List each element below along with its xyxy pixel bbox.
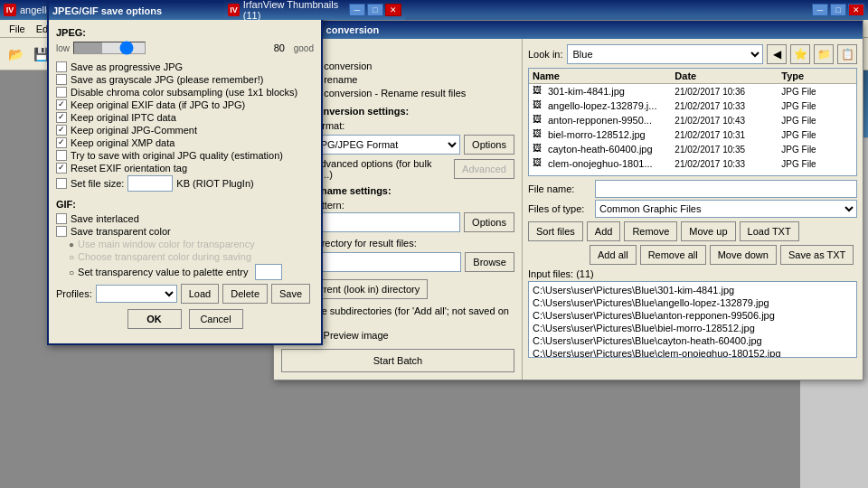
sort-files-button[interactable]: Sort files bbox=[528, 221, 583, 241]
file-date-5: 21/02/2017 10:33 bbox=[675, 159, 781, 169]
input-file-1: C:\Users\user\Pictures\Blue\angello-lope… bbox=[531, 296, 854, 309]
browse-button[interactable]: Browse bbox=[465, 252, 514, 272]
options-button[interactable]: Options bbox=[464, 135, 514, 155]
app-icon: IV bbox=[4, 4, 16, 16]
file-row[interactable]: 🖼biel-morro-128512.jpg 21/02/2017 10:31 … bbox=[529, 127, 856, 142]
close-button[interactable]: ✕ bbox=[848, 4, 864, 16]
file-list: Name Date Type 🖼301-kim-4841.jpg 21/02/2… bbox=[528, 68, 857, 176]
file-row[interactable]: 🖼anton-repponen-9950... 21/02/2017 10:43… bbox=[529, 113, 856, 127]
start-batch-button[interactable]: Start Batch bbox=[281, 349, 514, 372]
quality-low-label: low bbox=[56, 43, 70, 53]
file-type-5: JPG File bbox=[781, 159, 853, 169]
keep-iptc-label: Keep original IPTC data bbox=[71, 112, 176, 123]
file-row[interactable]: 🖼301-kim-4841.jpg 21/02/2017 10:36 JPG F… bbox=[529, 84, 856, 99]
file-name-2: anton-repponen-9950... bbox=[548, 115, 652, 126]
file-name-3: biel-morro-128512.jpg bbox=[548, 129, 646, 140]
open-button[interactable]: 📂 bbox=[4, 42, 27, 66]
quality-value: 80 bbox=[269, 42, 290, 53]
file-type-0: JPG File bbox=[781, 87, 853, 97]
save-progressive-cb[interactable] bbox=[56, 61, 67, 72]
try-save-cb[interactable] bbox=[56, 150, 67, 161]
gif-section-label: GIF: bbox=[56, 199, 314, 210]
remove-button[interactable]: Remove bbox=[624, 221, 677, 241]
col-name: Name bbox=[533, 70, 675, 81]
set-file-size-label: Set file size: bbox=[71, 178, 124, 189]
col-type: Type bbox=[781, 70, 853, 81]
ok-button[interactable]: OK bbox=[127, 309, 182, 329]
file-name-5: clem-onojeghuo-1801... bbox=[548, 158, 653, 169]
file-icon-0: 🖼 bbox=[533, 85, 545, 98]
file-date-1: 21/02/2017 10:33 bbox=[675, 101, 781, 111]
jpeg-section-label: JPEG: bbox=[56, 27, 314, 38]
files-of-type-select[interactable]: Common Graphic Files bbox=[595, 200, 857, 218]
file-icon-5: 🖼 bbox=[533, 157, 545, 170]
disable-chroma-label: Disable chroma color subsampling (use 1x… bbox=[71, 87, 297, 98]
cancel-button[interactable]: Cancel bbox=[189, 309, 243, 329]
move-down-button[interactable]: Move down bbox=[710, 245, 777, 265]
file-row[interactable]: 🖼angello-lopez-132879.j... 21/02/2017 10… bbox=[529, 99, 856, 113]
nav-forward-button[interactable]: ⭐ bbox=[790, 44, 810, 64]
load-txt-button[interactable]: Load TXT bbox=[740, 221, 799, 241]
file-name-field[interactable] bbox=[595, 180, 857, 198]
disable-chroma-cb[interactable] bbox=[56, 87, 67, 98]
col-date: Date bbox=[675, 70, 781, 81]
batch-dialog-title: 🔴 Batch conversion bbox=[274, 21, 863, 39]
file-type-1: JPG File bbox=[781, 101, 853, 111]
file-name-field-label: File name: bbox=[528, 183, 591, 194]
keep-iptc-cb[interactable] bbox=[56, 112, 67, 123]
save-progressive-label: Save as progressive JPG bbox=[71, 61, 183, 72]
file-date-3: 21/02/2017 10:31 bbox=[675, 130, 781, 140]
thumb-minimize-btn[interactable]: ─ bbox=[349, 4, 365, 16]
try-save-label: Try to save with original JPG quality (e… bbox=[71, 150, 283, 161]
file-type-4: JPG File bbox=[781, 145, 853, 155]
file-row[interactable]: 🖼clem-onojeghuo-1801... 21/02/2017 10:33… bbox=[529, 156, 856, 171]
nav-new-folder-button[interactable]: 📋 bbox=[837, 44, 857, 64]
file-icon-2: 🖼 bbox=[533, 114, 545, 127]
keep-xmp-cb[interactable] bbox=[56, 137, 67, 148]
thumb-close-btn[interactable]: ✕ bbox=[385, 4, 401, 16]
load-profile-button[interactable]: Load bbox=[181, 284, 219, 304]
file-type-2: JPG File bbox=[781, 116, 853, 126]
palette-input[interactable]: 0 bbox=[255, 264, 282, 280]
save-interlaced-cb[interactable] bbox=[56, 213, 67, 224]
reset-exif-label: Reset EXIF orientation tag bbox=[71, 163, 187, 174]
save-as-txt-button[interactable]: Save as TXT bbox=[780, 245, 854, 265]
file-row[interactable]: 🖼cayton-heath-60400.jpg 21/02/2017 10:35… bbox=[529, 142, 856, 156]
batch-dialog: 🔴 Batch conversion Work as: Batch conver… bbox=[273, 20, 863, 380]
nav-up-button[interactable]: 📁 bbox=[814, 44, 834, 64]
keep-exif-cb[interactable] bbox=[56, 99, 67, 110]
keep-comment-label: Keep original JPG-Comment bbox=[71, 125, 197, 136]
file-date-2: 21/02/2017 10:43 bbox=[675, 116, 781, 126]
nav-back-button[interactable]: ◀ bbox=[767, 44, 787, 64]
file-size-input[interactable]: 65.00 bbox=[127, 175, 173, 192]
maximize-button[interactable]: □ bbox=[830, 4, 846, 16]
input-files-list[interactable]: C:\Users\user\Pictures\Blue\301-kim-4841… bbox=[528, 281, 857, 358]
add-button[interactable]: Add bbox=[587, 221, 621, 241]
file-name-4: cayton-heath-60400.jpg bbox=[548, 144, 653, 155]
save-grayscale-cb[interactable] bbox=[56, 74, 67, 85]
profiles-select[interactable] bbox=[96, 285, 177, 303]
input-file-3: C:\Users\user\Pictures\Blue\biel-morro-1… bbox=[531, 322, 854, 334]
keep-comment-cb[interactable] bbox=[56, 125, 67, 136]
reset-exif-cb[interactable] bbox=[56, 163, 67, 174]
add-all-button[interactable]: Add all bbox=[590, 245, 637, 265]
move-up-button[interactable]: Move up bbox=[681, 221, 735, 241]
menu-file[interactable]: File bbox=[4, 22, 31, 36]
choose-transparent-label: Choose transparent color during saving bbox=[78, 251, 251, 262]
save-profile-button[interactable]: Save bbox=[271, 284, 310, 304]
input-file-4: C:\Users\user\Pictures\Blue\cayton-heath… bbox=[531, 334, 854, 347]
remove-all-button[interactable]: Remove all bbox=[640, 245, 706, 265]
input-file-0: C:\Users\user\Pictures\Blue\301-kim-4841… bbox=[531, 284, 854, 296]
look-in-select[interactable]: Blue bbox=[567, 44, 763, 64]
thumb-maximize-btn[interactable]: □ bbox=[367, 4, 383, 16]
advanced-button[interactable]: Advanced bbox=[454, 159, 514, 179]
set-file-size-cb[interactable] bbox=[56, 178, 67, 189]
name-options-button[interactable]: Options bbox=[464, 212, 514, 232]
file-icon-1: 🖼 bbox=[533, 99, 545, 112]
quality-slider[interactable] bbox=[73, 42, 146, 54]
delete-profile-button[interactable]: Delete bbox=[222, 284, 268, 304]
set-transparency-label: Set transparency value to palette entry bbox=[78, 267, 248, 277]
file-icon-3: 🖼 bbox=[533, 128, 545, 141]
minimize-button[interactable]: ─ bbox=[812, 4, 828, 16]
save-transparent-cb[interactable] bbox=[56, 226, 67, 237]
